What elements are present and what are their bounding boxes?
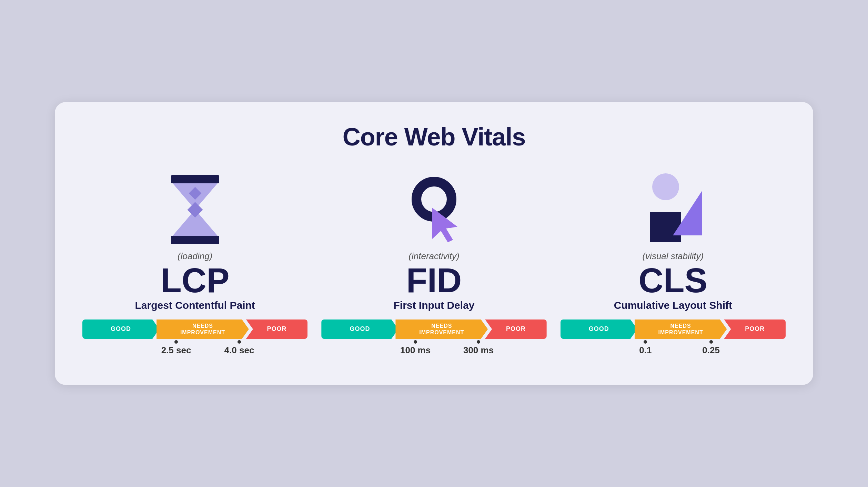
cls-marker-label-2: 0.25 xyxy=(702,345,720,356)
lcp-marker-label-2: 4.0 sec xyxy=(224,345,254,356)
cls-marker-2: 0.25 xyxy=(702,340,720,356)
cursor-arrow-svg xyxy=(431,206,462,244)
lcp-abbr: LCP xyxy=(161,263,230,297)
fid-marker-label-1: 100 ms xyxy=(400,345,431,356)
svg-marker-1 xyxy=(673,191,702,235)
cursor-icon xyxy=(405,175,463,244)
cls-marker-label-1: 0.1 xyxy=(639,345,652,356)
cls-marker-dot-1 xyxy=(644,340,647,344)
fid-marker-1: 100 ms xyxy=(400,340,431,356)
fid-scale: GOOD NEEDSIMPROVEMENT POOR 100 ms 300 ms xyxy=(321,319,546,361)
fid-bar: GOOD NEEDSIMPROVEMENT POOR xyxy=(321,319,546,339)
lcp-bar-good: GOOD xyxy=(82,319,159,339)
fid-markers: 100 ms 300 ms xyxy=(321,340,546,361)
fid-marker-label-2: 300 ms xyxy=(463,345,494,356)
cls-bar-good: GOOD xyxy=(561,319,637,339)
lcp-scale: GOOD NEEDSIMPROVEMENT POOR 2.5 sec 4.0 s… xyxy=(82,319,307,361)
fid-category: (interactivity) xyxy=(408,251,459,262)
fid-bar-good: GOOD xyxy=(321,319,398,339)
lcp-marker-label-1: 2.5 sec xyxy=(161,345,191,356)
cls-markers: 0.1 0.25 xyxy=(561,340,786,361)
lcp-bar-needs: NEEDSIMPROVEMENT xyxy=(157,319,249,339)
lcp-bar-poor: POOR xyxy=(246,319,307,339)
cls-marker-dot-2 xyxy=(709,340,713,344)
cls-bar-needs: NEEDSIMPROVEMENT xyxy=(635,319,727,339)
lcp-icon-container xyxy=(173,172,218,247)
lcp-name: Largest Contentful Paint xyxy=(135,300,255,311)
hourglass-bottom-bar xyxy=(171,236,219,244)
fid-icon-container xyxy=(405,172,463,247)
main-card: Core Web Vitals xyxy=(55,102,813,385)
cls-bar-poor: POOR xyxy=(724,319,786,339)
lcp-marker-dot-2 xyxy=(238,340,241,344)
lcp-marker-dot-1 xyxy=(174,340,178,344)
hourglass-icon xyxy=(173,175,218,244)
fid-marker-dot-1 xyxy=(414,340,417,344)
cls-category: (visual stability) xyxy=(642,251,704,262)
metrics-row: (loading) LCP Largest Contentful Paint G… xyxy=(82,172,786,361)
lcp-category: (loading) xyxy=(178,251,212,262)
fid-bar-needs: NEEDSIMPROVEMENT xyxy=(395,319,488,339)
metric-cls: (visual stability) CLS Cumulative Layout… xyxy=(561,172,786,361)
cls-scale: GOOD NEEDSIMPROVEMENT POOR 0.1 0.25 xyxy=(561,319,786,361)
person-icon xyxy=(644,173,702,246)
lcp-bar: GOOD NEEDSIMPROVEMENT POOR xyxy=(82,319,307,339)
page-title: Core Web Vitals xyxy=(82,123,786,151)
cls-name: Cumulative Layout Shift xyxy=(614,300,732,311)
cls-marker-1: 0.1 xyxy=(639,340,652,356)
hourglass-body xyxy=(173,183,218,236)
fid-marker-dot-2 xyxy=(477,340,480,344)
fid-marker-2: 300 ms xyxy=(463,340,494,356)
metric-lcp: (loading) LCP Largest Contentful Paint G… xyxy=(82,172,307,361)
cls-triangle-svg xyxy=(669,191,702,235)
hourglass-top-bar xyxy=(171,175,219,183)
svg-marker-0 xyxy=(432,208,457,242)
cls-icon-container xyxy=(644,172,702,247)
cls-abbr: CLS xyxy=(638,263,707,297)
lcp-markers: 2.5 sec 4.0 sec xyxy=(82,340,307,361)
lcp-marker-2: 4.0 sec xyxy=(224,340,254,356)
metric-fid: (interactivity) FID First Input Delay GO… xyxy=(321,172,546,361)
fid-name: First Input Delay xyxy=(393,300,474,311)
fid-bar-poor: POOR xyxy=(485,319,546,339)
lcp-marker-1: 2.5 sec xyxy=(161,340,191,356)
fid-abbr: FID xyxy=(406,263,462,297)
cls-bar: GOOD NEEDSIMPROVEMENT POOR xyxy=(561,319,786,339)
